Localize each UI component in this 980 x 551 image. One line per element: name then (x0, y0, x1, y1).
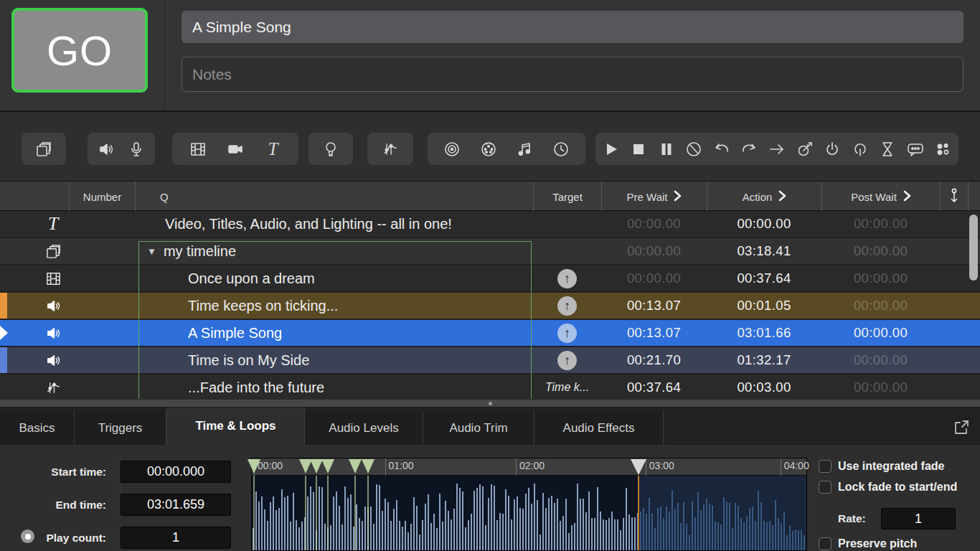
tab-audio-trim[interactable]: Audio Trim (423, 411, 534, 445)
arm-icon[interactable] (848, 137, 872, 161)
load-to-time-icon[interactable] (765, 137, 789, 161)
play-icon[interactable] (599, 137, 623, 161)
cue-name[interactable]: Once upon a dream (135, 265, 532, 291)
cue-row-audio-selected[interactable]: A Simple Song ↑ 00:13.07 03:01.66 00:00.… (0, 320, 980, 347)
post-wait-value[interactable]: 00:00.00 (821, 320, 940, 346)
post-wait-value[interactable]: 00:00.00 (821, 293, 940, 319)
slice-marker-icon[interactable] (321, 459, 334, 474)
cue-name[interactable]: Time keeps on ticking... (135, 293, 532, 319)
end-time-field[interactable]: 03:01.659 (121, 494, 231, 516)
tab-triggers[interactable]: Triggers (75, 411, 166, 445)
column-header-post-wait[interactable]: Post Wait (821, 182, 940, 212)
audio-cue-icon[interactable] (94, 137, 118, 161)
group-cue-icon[interactable] (32, 137, 56, 161)
chevron-right-icon[interactable] (674, 190, 682, 204)
notes-field[interactable]: Notes (182, 57, 963, 92)
action-value[interactable]: 01:32.17 (707, 347, 821, 373)
network-cue-icon[interactable] (440, 137, 464, 161)
post-wait-value[interactable]: 00:00.00 (821, 375, 940, 399)
chevron-right-icon[interactable] (778, 190, 786, 204)
target-cell[interactable]: ↑ (533, 293, 601, 319)
go-button[interactable]: GO (11, 8, 148, 93)
cue-name[interactable]: Time is on My Side (135, 347, 532, 373)
show-notes-icon[interactable] (903, 137, 928, 161)
start-time-field[interactable]: 00:00.000 (121, 461, 231, 483)
popout-inspector-icon[interactable] (953, 419, 970, 436)
action-value[interactable]: 03:01.66 (707, 320, 821, 346)
tab-time-loops[interactable]: Time & Loops (166, 408, 305, 445)
slice-marker-icon[interactable] (248, 459, 260, 474)
rate-field[interactable]: 1 (881, 508, 956, 529)
tab-audio-levels[interactable]: Audio Levels (305, 411, 423, 445)
hourglass-icon[interactable] (875, 137, 900, 161)
power-icon[interactable] (820, 137, 844, 161)
cue-name-group[interactable]: ▼ my timeline (135, 238, 532, 264)
use-integrated-fade-checkbox[interactable] (819, 460, 831, 473)
music-cue-icon[interactable] (512, 137, 537, 161)
play-count-field[interactable]: 1 (121, 527, 231, 549)
pre-wait-value[interactable]: 00:13.07 (601, 293, 707, 319)
column-header-q[interactable]: Q (135, 182, 533, 212)
pre-wait-value[interactable]: 00:00.00 (601, 211, 707, 237)
end-time-marker-icon[interactable] (631, 459, 646, 475)
pause-icon[interactable] (654, 137, 679, 161)
pre-wait-value[interactable]: 00:21.70 (601, 347, 707, 373)
panel-splitter[interactable] (0, 399, 980, 408)
target-cell[interactable]: ↑ (533, 320, 601, 346)
action-value[interactable]: 00:01.05 (707, 293, 821, 319)
column-header-pre-wait[interactable]: Pre Wait (601, 182, 707, 212)
undo-icon[interactable] (710, 137, 734, 161)
target-cell[interactable]: Time k... (533, 375, 601, 399)
cue-name[interactable]: A Simple Song (135, 320, 532, 346)
action-value[interactable]: 03:18.41 (707, 238, 821, 264)
post-wait-value[interactable]: 00:00.00 (821, 211, 940, 237)
post-wait-value[interactable]: 00:00.00 (821, 238, 940, 264)
slice-marker-icon[interactable] (349, 459, 362, 474)
lock-fade-checkbox[interactable] (819, 481, 831, 494)
retarget-icon[interactable] (793, 137, 817, 161)
panic-icon[interactable] (682, 137, 706, 161)
pre-wait-value[interactable]: 00:00.00 (601, 265, 707, 291)
column-header-number[interactable]: Number (69, 182, 135, 212)
slice-marker-icon[interactable] (362, 459, 374, 474)
mic-cue-icon[interactable] (124, 137, 149, 161)
camera-cue-icon[interactable] (223, 137, 248, 161)
redo-icon[interactable] (737, 137, 761, 161)
waveform-ruler[interactable]: 00:0001:0002:0003:0004:00 (252, 458, 806, 476)
video-cue-icon[interactable] (186, 137, 210, 161)
midi-cue-icon[interactable] (476, 137, 501, 161)
titles-cue-icon[interactable]: T (261, 137, 286, 161)
action-value[interactable]: 00:00.00 (707, 211, 821, 237)
cue-list-scrollbar[interactable] (969, 215, 978, 281)
target-cell[interactable]: ↑ (533, 265, 601, 291)
fade-cue-icon[interactable] (378, 137, 402, 161)
cue-row-fade[interactable]: ...Fade into the future Time k... 00:37.… (0, 375, 980, 399)
workspaces-icon[interactable] (930, 137, 955, 161)
action-value[interactable]: 00:03.00 (707, 375, 821, 399)
tab-audio-effects[interactable]: Audio Effects (534, 411, 664, 445)
post-wait-value[interactable]: 00:00.00 (821, 265, 940, 291)
cue-row-audio-playing[interactable]: Time keeps on ticking... ↑ 00:13.07 00:0… (0, 293, 980, 320)
cue-title-field[interactable]: A Simple Song (182, 11, 963, 43)
column-header-target[interactable]: Target (533, 182, 601, 212)
action-value[interactable]: 00:37.64 (707, 265, 821, 291)
pre-wait-value[interactable]: 00:00.00 (601, 238, 707, 264)
preserve-pitch-checkbox[interactable] (819, 537, 831, 550)
cue-name[interactable]: ...Fade into the future (135, 375, 532, 399)
cue-name[interactable]: Video, Titles, Audio, and Lighting -- al… (135, 211, 532, 237)
target-cell[interactable]: ↑ (533, 347, 601, 373)
chevron-right-icon[interactable] (903, 190, 911, 204)
timecode-cue-icon[interactable] (549, 137, 573, 161)
waveform-editor[interactable]: 00:0001:0002:0003:0004:00 (251, 458, 807, 551)
column-header-autoload[interactable] (940, 182, 969, 212)
disclosure-triangle[interactable]: ▼ (147, 246, 156, 257)
cue-row-video[interactable]: Once upon a dream ↑ 00:00.00 00:37.64 00… (0, 265, 980, 293)
stop-icon[interactable] (626, 137, 651, 161)
cue-row-group[interactable]: ▼ my timeline 00:00.00 03:18.41 00:00.00 (0, 238, 980, 265)
cue-row-audio[interactable]: Time is on My Side ↑ 00:21.70 01:32.17 0… (0, 347, 980, 375)
pre-wait-value[interactable]: 00:37.64 (601, 375, 707, 399)
column-header-action[interactable]: Action (707, 182, 821, 212)
tab-basics[interactable]: Basics (0, 411, 75, 445)
light-cue-icon[interactable] (319, 137, 343, 161)
post-wait-value[interactable]: 00:00.00 (821, 347, 940, 373)
